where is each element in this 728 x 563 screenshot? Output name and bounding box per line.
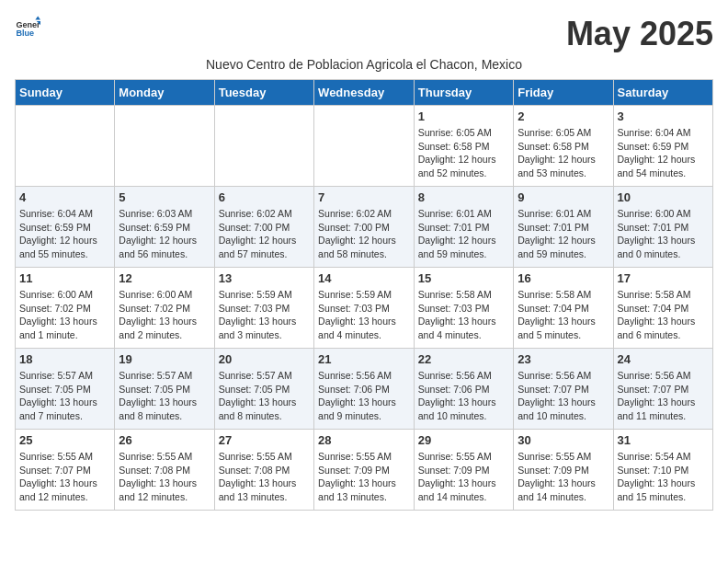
cell-date-number: 10 [618,190,710,204]
logo: General Blue [15,15,40,40]
page-header: General Blue May 2025 [15,15,713,53]
cell-date-number: 6 [219,190,310,204]
cell-date-number: 12 [119,271,210,285]
cell-date-number: 26 [119,433,210,447]
day-header-sunday: Sunday [16,80,115,106]
cell-date-number: 29 [418,433,509,447]
cell-info-text: Sunrise: 5:54 AM Sunset: 7:10 PM Dayligh… [618,450,710,504]
calendar-cell: 5Sunrise: 6:03 AM Sunset: 6:59 PM Daylig… [115,187,214,268]
calendar-cell: 2Sunrise: 6:05 AM Sunset: 6:58 PM Daylig… [514,106,613,187]
calendar-cell: 8Sunrise: 6:01 AM Sunset: 7:01 PM Daylig… [414,187,513,268]
cell-info-text: Sunrise: 5:57 AM Sunset: 7:05 PM Dayligh… [219,369,310,423]
cell-info-text: Sunrise: 5:59 AM Sunset: 7:03 PM Dayligh… [318,288,410,342]
calendar-cell: 22Sunrise: 5:56 AM Sunset: 7:06 PM Dayli… [414,349,513,430]
calendar-week-5: 25Sunrise: 5:55 AM Sunset: 7:07 PM Dayli… [16,430,713,511]
calendar-week-3: 11Sunrise: 6:00 AM Sunset: 7:02 PM Dayli… [16,268,713,349]
cell-info-text: Sunrise: 5:55 AM Sunset: 7:08 PM Dayligh… [219,450,310,504]
cell-info-text: Sunrise: 5:58 AM Sunset: 7:04 PM Dayligh… [618,288,710,342]
calendar-cell: 11Sunrise: 6:00 AM Sunset: 7:02 PM Dayli… [16,268,115,349]
calendar-cell: 30Sunrise: 5:55 AM Sunset: 7:09 PM Dayli… [514,430,613,511]
cell-date-number: 5 [119,190,210,204]
calendar-week-1: 1Sunrise: 6:05 AM Sunset: 6:58 PM Daylig… [16,106,713,187]
cell-info-text: Sunrise: 6:03 AM Sunset: 6:59 PM Dayligh… [119,207,210,261]
calendar-cell: 15Sunrise: 5:58 AM Sunset: 7:03 PM Dayli… [414,268,513,349]
day-header-saturday: Saturday [613,80,713,106]
cell-info-text: Sunrise: 6:00 AM Sunset: 7:01 PM Dayligh… [618,207,710,261]
cell-info-text: Sunrise: 5:56 AM Sunset: 7:06 PM Dayligh… [318,369,410,423]
cell-info-text: Sunrise: 6:04 AM Sunset: 6:59 PM Dayligh… [618,126,710,180]
cell-date-number: 19 [119,352,210,366]
cell-date-number: 4 [19,190,110,204]
cell-info-text: Sunrise: 5:58 AM Sunset: 7:03 PM Dayligh… [418,288,509,342]
cell-info-text: Sunrise: 6:05 AM Sunset: 6:58 PM Dayligh… [418,126,509,180]
calendar-cell: 23Sunrise: 5:56 AM Sunset: 7:07 PM Dayli… [514,349,613,430]
cell-date-number: 18 [19,352,110,366]
cell-info-text: Sunrise: 5:59 AM Sunset: 7:03 PM Dayligh… [219,288,310,342]
calendar-header-row: SundayMondayTuesdayWednesdayThursdayFrid… [16,80,713,106]
calendar-cell: 7Sunrise: 6:02 AM Sunset: 7:00 PM Daylig… [314,187,415,268]
calendar-week-4: 18Sunrise: 5:57 AM Sunset: 7:05 PM Dayli… [16,349,713,430]
logo-icon: General Blue [15,15,40,40]
calendar-cell: 3Sunrise: 6:04 AM Sunset: 6:59 PM Daylig… [613,106,713,187]
cell-date-number: 9 [518,190,609,204]
day-header-monday: Monday [115,80,214,106]
svg-marker-2 [35,16,40,19]
calendar-cell: 29Sunrise: 5:55 AM Sunset: 7:09 PM Dayli… [414,430,513,511]
cell-date-number: 31 [618,433,710,447]
cell-info-text: Sunrise: 6:01 AM Sunset: 7:01 PM Dayligh… [518,207,609,261]
calendar-cell: 16Sunrise: 5:58 AM Sunset: 7:04 PM Dayli… [514,268,613,349]
calendar-cell: 27Sunrise: 5:55 AM Sunset: 7:08 PM Dayli… [214,430,313,511]
cell-info-text: Sunrise: 5:55 AM Sunset: 7:08 PM Dayligh… [119,450,210,504]
calendar-cell: 19Sunrise: 5:57 AM Sunset: 7:05 PM Dayli… [115,349,214,430]
cell-date-number: 7 [318,190,410,204]
day-header-tuesday: Tuesday [214,80,313,106]
calendar-cell: 20Sunrise: 5:57 AM Sunset: 7:05 PM Dayli… [214,349,313,430]
calendar-cell: 25Sunrise: 5:55 AM Sunset: 7:07 PM Dayli… [16,430,115,511]
calendar-cell: 12Sunrise: 6:00 AM Sunset: 7:02 PM Dayli… [115,268,214,349]
cell-date-number: 25 [19,433,110,447]
cell-date-number: 8 [418,190,509,204]
cell-info-text: Sunrise: 6:02 AM Sunset: 7:00 PM Dayligh… [219,207,310,261]
calendar-cell: 13Sunrise: 5:59 AM Sunset: 7:03 PM Dayli… [214,268,313,349]
calendar-cell: 26Sunrise: 5:55 AM Sunset: 7:08 PM Dayli… [115,430,214,511]
cell-info-text: Sunrise: 5:57 AM Sunset: 7:05 PM Dayligh… [119,369,210,423]
cell-date-number: 17 [618,271,710,285]
day-header-thursday: Thursday [414,80,513,106]
calendar-cell: 6Sunrise: 6:02 AM Sunset: 7:00 PM Daylig… [214,187,313,268]
calendar-cell: 1Sunrise: 6:05 AM Sunset: 6:58 PM Daylig… [414,106,513,187]
calendar-cell: 4Sunrise: 6:04 AM Sunset: 6:59 PM Daylig… [16,187,115,268]
cell-date-number: 30 [518,433,609,447]
cell-date-number: 11 [19,271,110,285]
calendar-cell [115,106,214,187]
cell-date-number: 1 [418,109,509,123]
cell-info-text: Sunrise: 6:01 AM Sunset: 7:01 PM Dayligh… [418,207,509,261]
cell-date-number: 2 [518,109,609,123]
cell-date-number: 16 [518,271,609,285]
calendar-table: SundayMondayTuesdayWednesdayThursdayFrid… [15,79,713,511]
cell-date-number: 22 [418,352,509,366]
calendar-subtitle: Nuevo Centro de Poblacion Agricola el Ch… [15,57,713,72]
cell-date-number: 15 [418,271,509,285]
calendar-cell: 31Sunrise: 5:54 AM Sunset: 7:10 PM Dayli… [613,430,713,511]
cell-info-text: Sunrise: 5:56 AM Sunset: 7:07 PM Dayligh… [518,369,609,423]
cell-date-number: 24 [618,352,710,366]
calendar-cell: 10Sunrise: 6:00 AM Sunset: 7:01 PM Dayli… [613,187,713,268]
cell-info-text: Sunrise: 5:55 AM Sunset: 7:07 PM Dayligh… [19,450,110,504]
cell-info-text: Sunrise: 6:02 AM Sunset: 7:00 PM Dayligh… [318,207,410,261]
cell-date-number: 14 [318,271,410,285]
calendar-cell: 21Sunrise: 5:56 AM Sunset: 7:06 PM Dayli… [314,349,415,430]
cell-info-text: Sunrise: 5:55 AM Sunset: 7:09 PM Dayligh… [318,450,410,504]
calendar-cell: 9Sunrise: 6:01 AM Sunset: 7:01 PM Daylig… [514,187,613,268]
cell-date-number: 3 [618,109,710,123]
cell-info-text: Sunrise: 5:58 AM Sunset: 7:04 PM Dayligh… [518,288,609,342]
cell-info-text: Sunrise: 5:55 AM Sunset: 7:09 PM Dayligh… [518,450,609,504]
cell-info-text: Sunrise: 5:56 AM Sunset: 7:06 PM Dayligh… [418,369,509,423]
calendar-cell: 28Sunrise: 5:55 AM Sunset: 7:09 PM Dayli… [314,430,415,511]
calendar-cell: 14Sunrise: 5:59 AM Sunset: 7:03 PM Dayli… [314,268,415,349]
cell-date-number: 20 [219,352,310,366]
calendar-week-2: 4Sunrise: 6:04 AM Sunset: 6:59 PM Daylig… [16,187,713,268]
cell-date-number: 23 [518,352,609,366]
calendar-cell: 17Sunrise: 5:58 AM Sunset: 7:04 PM Dayli… [613,268,713,349]
month-title: May 2025 [566,15,713,53]
calendar-cell [214,106,313,187]
